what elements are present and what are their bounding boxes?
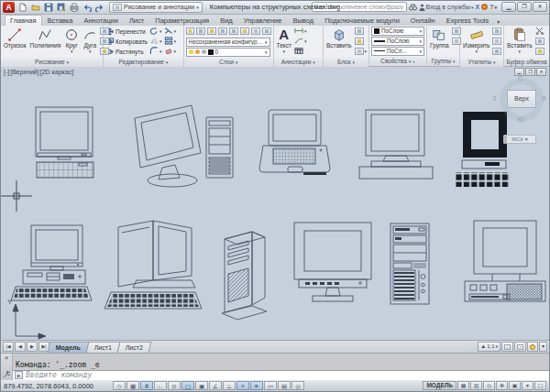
tab-parametrizaciya[interactable]: Параметризация (149, 15, 214, 26)
viewcube-south[interactable]: Ю (518, 116, 524, 123)
communication-center-icon[interactable] (481, 4, 488, 10)
qat-save-icon[interactable] (42, 2, 54, 13)
object-snap-toggle[interactable]: ▢ (182, 381, 194, 390)
move-button[interactable]: Перенести (105, 27, 148, 37)
layer-state-icon[interactable] (262, 27, 271, 35)
search-binoculars-icon[interactable] (409, 4, 417, 11)
quick-view-layouts-icon[interactable]: ▦ (457, 381, 469, 390)
minimize-button[interactable]: ▁ (501, 2, 516, 12)
panel-annotation-label[interactable]: Аннотации ▾ (274, 58, 323, 67)
help-button[interactable]: ?▾ (490, 4, 497, 10)
tab-vstavka[interactable]: Вставка (42, 15, 79, 26)
fillet-icon[interactable] (149, 47, 159, 56)
layer-freeze-icon[interactable] (218, 27, 227, 35)
doc-restore-button[interactable]: ❐ (525, 68, 535, 76)
quick-view-drawings-icon[interactable]: ▥ (470, 381, 482, 390)
viewcube-top-face[interactable]: Верх (507, 90, 536, 108)
annotation-menu-button[interactable]: ▾ (539, 342, 547, 352)
drawing-tower-case-front[interactable] (390, 223, 429, 304)
model-space-button[interactable]: МОДЕЛЬ (423, 381, 456, 390)
tab-vid[interactable]: Вид (214, 15, 238, 26)
tab-express-tools[interactable]: Express Tools (441, 15, 495, 26)
layer-isolate-icon[interactable] (207, 27, 216, 35)
layer-off-icon[interactable] (196, 27, 205, 35)
measure-button[interactable]: Измерить▾ (462, 27, 490, 57)
tab-annotacii[interactable]: Аннотации (78, 15, 124, 26)
panel-draw-label[interactable]: Рисование ▾ (1, 58, 103, 67)
dimension-icon[interactable] (294, 27, 303, 36)
copy-button[interactable]: Копировать (105, 37, 148, 47)
panel-layers-label[interactable]: Слои ▾ (184, 58, 273, 67)
match-properties-icon[interactable] (535, 48, 544, 55)
coordinates-readout[interactable]: 879.4792, 2078.6043, 0.0000 (4, 382, 112, 390)
viewcube-north[interactable]: С (518, 75, 522, 82)
snap-mode-toggle[interactable]: ▦ (126, 381, 139, 390)
3d-object-snap-toggle[interactable]: ▣ (195, 381, 208, 390)
layer-match-icon[interactable] (240, 27, 249, 35)
lineweight-toggle[interactable]: ≡ (250, 381, 263, 390)
drawing-desktop-pc-front[interactable] (11, 225, 92, 300)
ortho-mode-toggle[interactable]: ∟ (154, 381, 167, 390)
stretch-button[interactable]: Растянуть (105, 47, 148, 57)
cut-icon[interactable] (535, 27, 544, 36)
chevron-down-icon[interactable]: ▾ (283, 49, 286, 55)
panel-clipboard-label[interactable]: Буфер обмена (504, 58, 549, 66)
chevron-down-icon[interactable]: ▾ (71, 49, 73, 55)
group-edit-icon[interactable] (452, 38, 461, 45)
rectangle-tool-icon[interactable] (100, 27, 109, 35)
arc-button[interactable]: Дуга▾ (82, 27, 98, 57)
ribbon-state-toggle-icon[interactable]: ▾ (494, 18, 502, 26)
tab-vyvod[interactable]: Вывод (287, 15, 319, 26)
quick-select-icon[interactable] (492, 27, 501, 35)
linetype-dropdown[interactable]: ПоСл...▾ (371, 47, 424, 56)
grid-display-toggle[interactable]: # (140, 381, 153, 390)
text-button[interactable]: AТекст▾ (276, 27, 292, 57)
ellipse-tool-icon[interactable] (100, 38, 109, 45)
viewport-view-button[interactable]: [Верхний] (10, 69, 38, 75)
id-point-icon[interactable] (492, 48, 501, 55)
qat-undo-icon[interactable] (81, 2, 93, 13)
exchange-apps-icon[interactable]: X (476, 4, 480, 10)
viewcube-east[interactable]: В (542, 95, 546, 102)
tab-onlajn[interactable]: Онлайн (405, 15, 441, 26)
command-close-icon[interactable]: ✕ (4, 354, 8, 361)
command-customize-wrench-icon[interactable] (3, 371, 10, 379)
command-history-area[interactable] (13, 354, 549, 361)
dialog-launcher-icon[interactable]: » (412, 59, 415, 64)
chevron-down-icon[interactable]: ▾ (174, 49, 177, 54)
array-icon[interactable] (164, 37, 173, 46)
chevron-down-icon[interactable]: ▾ (89, 49, 92, 55)
drawing-mini-tower-front[interactable] (206, 117, 233, 178)
status-menu-icon[interactable]: ▾ (522, 381, 534, 390)
chevron-down-icon[interactable]: ▾ (304, 28, 307, 34)
object-color-dropdown[interactable]: ПоСлою▾ (371, 27, 424, 36)
workspace-switcher[interactable]: Рисование и аннотации ▾ (109, 2, 203, 13)
next-layout-button[interactable]: ▶ (27, 342, 38, 352)
trim-icon[interactable] (164, 27, 173, 36)
quick-properties-toggle[interactable]: ▤ (278, 381, 291, 390)
tab-model[interactable]: Модель (48, 342, 90, 353)
panel-modify-label[interactable]: Редактирование ▾ (104, 58, 183, 67)
maximize-button[interactable]: ❐ (517, 2, 532, 12)
drawing-laptop-open[interactable] (259, 110, 330, 175)
lineweight-dropdown[interactable]: ПоСлою▾ (371, 37, 424, 46)
group-button[interactable]: Группа (429, 27, 450, 56)
insert-block-button[interactable]: Вставить (325, 27, 353, 57)
tab-list[interactable]: Лист (124, 15, 149, 26)
chevron-down-icon[interactable]: ▾ (365, 49, 368, 54)
block-define-attributes-icon[interactable] (355, 38, 364, 45)
drawing-lcd-monitor-with-base[interactable] (359, 110, 433, 179)
annotation-visibility-button[interactable] (501, 342, 513, 352)
app-logo-icon[interactable]: A (3, 2, 15, 13)
block-sync-icon[interactable] (355, 48, 364, 55)
object-snap-tracking-toggle[interactable]: ∠ (209, 381, 222, 390)
clean-screen-icon[interactable]: ▢ (534, 381, 546, 390)
circle-button[interactable]: Круг▾ (63, 27, 80, 57)
layer-prev-icon[interactable] (251, 27, 260, 35)
copy-clip-icon[interactable] (535, 38, 544, 45)
erase-icon[interactable] (164, 47, 173, 56)
steering-wheel-icon[interactable]: ◎ (483, 381, 495, 390)
layer-properties-icon[interactable] (186, 27, 195, 35)
close-button[interactable]: ✕ (533, 2, 547, 12)
chevron-down-icon[interactable]: ▾ (475, 49, 478, 55)
